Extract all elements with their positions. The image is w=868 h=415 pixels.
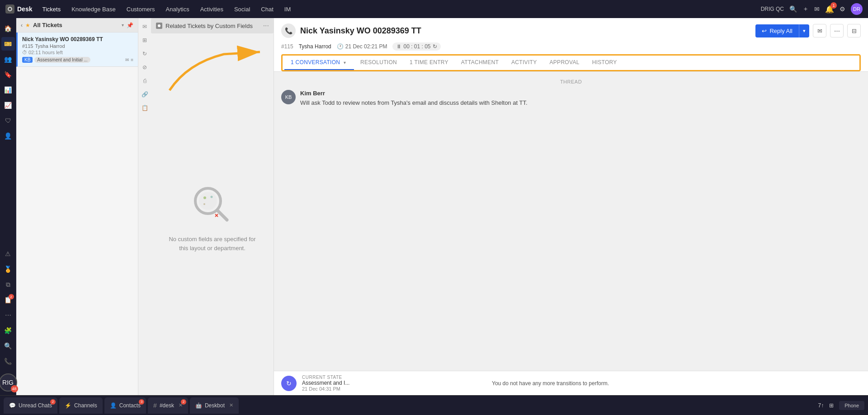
svg-point-9 xyxy=(203,203,205,205)
sidebar-reports[interactable]: 📋 2 xyxy=(1,293,15,307)
sidebar-table[interactable]: 📊 xyxy=(1,83,15,97)
bottom-tab-unread-chats[interactable]: 💬 Unread Chats 2 xyxy=(4,397,57,414)
sidebar-chart[interactable]: 📈 xyxy=(1,98,15,112)
sidebar-alert[interactable]: ⚠ xyxy=(1,247,15,261)
cf-side-icons: ✉ ⊞ ↻ ⊘ ⎙ 🔗 📋 xyxy=(138,18,151,395)
back-button[interactable]: ‹ xyxy=(21,22,23,28)
bottom-tab-deskbot[interactable]: 🤖 Deskbot ✕ xyxy=(190,397,239,414)
ticket-number: #115 xyxy=(22,43,33,49)
tab-conversation-dropdown[interactable]: ▾ xyxy=(342,60,348,65)
status-text-area: CURRENT STATE Assessment and I... 21 Dec… xyxy=(302,375,486,392)
nav-social[interactable]: Social xyxy=(230,4,255,14)
sidebar-layers[interactable]: ⧉ xyxy=(1,278,15,291)
ticket-number-detail: #115 xyxy=(281,43,293,50)
tab-resolution[interactable]: RESOLUTION xyxy=(354,56,403,70)
unread-chats-icon: 💬 xyxy=(9,402,16,409)
pin-icon[interactable]: 📌 xyxy=(127,22,133,28)
channels-icon: ⚡ xyxy=(65,402,71,409)
ticket-action-list[interactable]: ≡ xyxy=(131,57,133,62)
bottom-tab-channels[interactable]: ⚡ Channels xyxy=(59,397,103,414)
grid-icon[interactable]: ⊞ xyxy=(829,402,834,409)
ticket-list-panel: ‹ ★ All Tickets ▾ 📌 Nick Yasinsky WO 002… xyxy=(16,18,138,395)
nav-activities[interactable]: Activities xyxy=(196,4,228,14)
custom-fields-header: Related Tickets by Custom Fields ··· xyxy=(151,18,274,33)
cf-icon-compose[interactable]: ✉ xyxy=(140,22,150,32)
reply-all-button[interactable]: ↩ Reply All xyxy=(755,24,799,37)
bottom-tab-contacts[interactable]: 👤 Contacts 3 xyxy=(104,397,146,414)
unread-chats-badge: 2 xyxy=(50,399,56,405)
ticket-action-msg[interactable]: ✉ xyxy=(813,24,826,37)
sidebar-search2[interactable]: 🔍 xyxy=(1,339,15,353)
message-text: Will ask Todd to review notes from Tysha… xyxy=(300,98,528,107)
cf-icon-share[interactable]: ⎙ xyxy=(140,76,150,86)
phone-label[interactable]: Phone xyxy=(839,401,864,410)
sidebar-puzzle[interactable]: 🧩 xyxy=(1,324,15,337)
message-avatar: KB xyxy=(281,90,296,104)
ticket-action-chat[interactable]: ✉ xyxy=(125,57,129,62)
tabs-container: 1 CONVERSATION ▾ RESOLUTION 1 TIME ENTRY… xyxy=(281,54,861,71)
ticket-header-top: 📞 Nick Yasinsky WO 00289369 TT ↩ Reply A… xyxy=(281,23,861,38)
sidebar-notif-badge: 2 xyxy=(9,294,14,299)
thread-label: THREAD xyxy=(281,79,861,84)
ticket-assignee: Tysha Harrod xyxy=(35,43,65,49)
deskbot-close[interactable]: ✕ xyxy=(229,402,233,408)
cf-dots-menu[interactable]: ··· xyxy=(263,22,269,30)
tab-time-entry[interactable]: 1 TIME ENTRY xyxy=(403,56,455,70)
settings-icon[interactable]: ⚙ xyxy=(840,5,845,13)
sidebar-badge[interactable]: 🏅 xyxy=(1,262,15,276)
sidebar-bookmark[interactable]: 🔖 xyxy=(1,68,15,81)
cf-panel-title: Related Tickets by Custom Fields xyxy=(165,23,253,29)
current-state-value: Assessment and I... xyxy=(302,380,486,386)
nav-customers[interactable]: Customers xyxy=(122,4,160,14)
tab-history[interactable]: HISTORY xyxy=(586,56,623,70)
nav-analytics[interactable]: Analytics xyxy=(161,4,194,14)
search-icon[interactable]: 🔍 xyxy=(789,5,797,13)
custom-fields-section: ✉ ⊞ ↻ ⊘ ⎙ 🔗 📋 Related Tickets by Custom … xyxy=(138,18,274,395)
cf-empty-text-line2: this layout or department. xyxy=(179,244,245,253)
notification-badge[interactable]: 🔔 1 xyxy=(825,5,834,14)
ticket-item[interactable]: Nick Yasinsky WO 00289369 TT #115 Tysha … xyxy=(16,33,138,67)
sidebar-more[interactable]: ⋯ xyxy=(1,308,15,322)
deskbot-label: Deskbot xyxy=(205,402,225,409)
sidebar-phone[interactable]: 📞 xyxy=(1,354,15,368)
ticket-main-title: Nick Yasinsky WO 00289369 TT xyxy=(300,26,421,36)
sidebar-users[interactable]: 👤 xyxy=(1,129,15,143)
pause-icon[interactable]: ⏸ xyxy=(396,43,401,50)
ticket-time-left: ⏱ 02:11 hours left xyxy=(22,50,133,55)
ticket-detail-panel: 📞 Nick Yasinsky WO 00289369 TT ↩ Reply A… xyxy=(274,18,868,395)
user-avatar[interactable]: DR xyxy=(851,3,863,15)
ticket-timer: ⏸ 00 : 01 : 05 ↻ xyxy=(392,42,440,51)
nav-knowledge-base[interactable]: Knowledge Base xyxy=(67,4,120,14)
contacts-label: Contacts xyxy=(119,402,141,409)
cf-icon-grid[interactable]: ⊞ xyxy=(140,35,150,45)
sidebar-contacts[interactable]: 👥 xyxy=(1,52,15,66)
dropdown-icon[interactable]: ▾ xyxy=(122,23,124,28)
compose-icon[interactable]: ✉ xyxy=(814,5,820,13)
refresh-icon[interactable]: ↻ xyxy=(433,43,437,50)
logo-icon xyxy=(5,5,14,14)
sidebar-tickets[interactable]: 🎫 xyxy=(1,37,15,51)
nav-chat[interactable]: Chat xyxy=(256,4,278,14)
star-icon[interactable]: ★ xyxy=(25,22,30,28)
cf-icon-filter[interactable]: ⊘ xyxy=(140,62,150,72)
message-item: KB Kim Berr Will ask Todd to review note… xyxy=(281,90,861,107)
ticket-action-more[interactable]: ⋯ xyxy=(830,24,844,37)
icon-sidebar: 🏠 🎫 👥 🔖 📊 📈 🛡 👤 ⚠ 🏅 ⧉ 📋 2 ⋯ 🧩 🔍 📞 RIG 48 xyxy=(0,18,16,395)
nav-tickets[interactable]: Tickets xyxy=(38,4,65,14)
cf-icon-link[interactable]: 🔗 xyxy=(140,89,150,99)
add-icon[interactable]: ＋ xyxy=(802,5,809,13)
nav-im[interactable]: IM xyxy=(280,4,295,14)
cf-icon-clip[interactable]: 📋 xyxy=(140,103,150,113)
tab-approval[interactable]: APPROVAL xyxy=(543,56,585,70)
user-info[interactable]: DRIG QC xyxy=(761,6,784,12)
bottom-tab-desk[interactable]: # #desk 2 ✕ xyxy=(148,397,188,414)
sidebar-home[interactable]: 🏠 xyxy=(1,22,15,35)
tab-conversation[interactable]: 1 CONVERSATION ▾ xyxy=(284,56,354,70)
sidebar-shield[interactable]: 🛡 xyxy=(1,114,15,127)
reply-dropdown-button[interactable]: ▾ xyxy=(799,24,809,37)
cf-icon-refresh[interactable]: ↻ xyxy=(140,49,150,59)
tab-attachment[interactable]: ATTACHMENT xyxy=(455,56,505,70)
desk-tab-label: #desk xyxy=(160,402,174,409)
tab-activity[interactable]: ACTIVITY xyxy=(505,56,543,70)
ticket-action-settings[interactable]: ⊟ xyxy=(847,24,861,37)
